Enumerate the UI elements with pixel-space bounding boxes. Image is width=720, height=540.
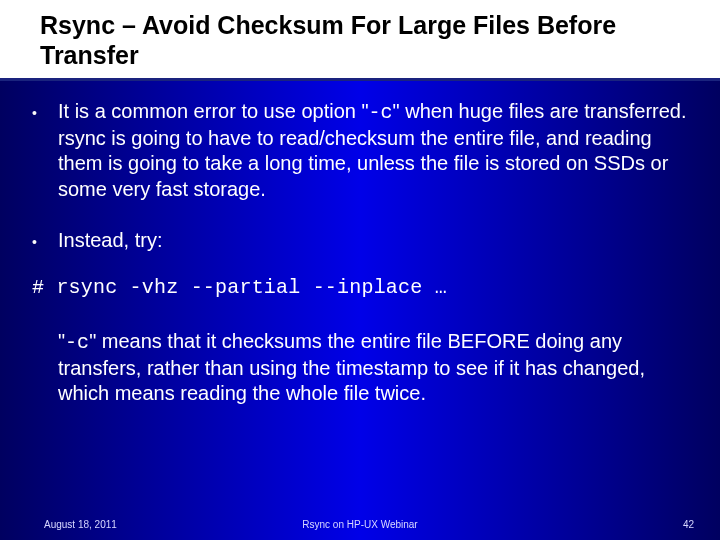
note-text: "-c" means that it checksums the entire … (58, 329, 680, 407)
text-fragment: " means that it checksums the entire fil… (58, 330, 645, 404)
content-area: • It is a common error to use option "-c… (0, 81, 720, 407)
footer-page: 42 (683, 519, 694, 530)
bullet-text: Instead, try: (58, 228, 690, 254)
footer-date: August 18, 2011 (44, 519, 117, 530)
text-fragment: It is a common error to use option " (58, 100, 369, 122)
code-flag: -c (369, 101, 393, 124)
command-line: # rsync -vhz --partial --inplace … (32, 276, 690, 299)
bullet-item: • Instead, try: (30, 228, 690, 254)
bullet-marker: • (30, 104, 58, 124)
bullet-item: • It is a common error to use option "-c… (30, 99, 690, 202)
footer: August 18, 2011 Rsync on HP-UX Webinar 4… (0, 519, 720, 530)
bullet-text: It is a common error to use option "-c" … (58, 99, 690, 202)
slide: Rsync – Avoid Checksum For Large Files B… (0, 0, 720, 540)
code-flag: -c (65, 331, 89, 354)
title-block: Rsync – Avoid Checksum For Large Files B… (0, 0, 720, 81)
footer-title: Rsync on HP-UX Webinar (302, 519, 417, 530)
slide-title: Rsync – Avoid Checksum For Large Files B… (14, 10, 706, 70)
bullet-marker: • (30, 233, 58, 253)
